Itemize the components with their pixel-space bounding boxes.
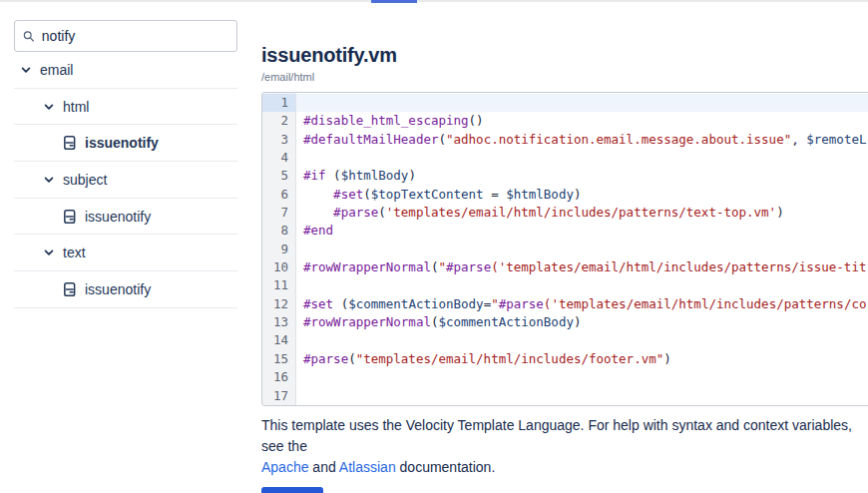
help-text-line1: This template uses the Velocity Template… xyxy=(261,417,852,454)
search-input[interactable] xyxy=(42,28,228,44)
line-number: 1 xyxy=(262,94,295,112)
tree-item-label: subject xyxy=(63,172,107,188)
page-layout: emailhtmlissuenotifysubjectissuenotifyte… xyxy=(0,0,868,493)
chevron-down-icon xyxy=(43,174,55,186)
atlassian-link[interactable]: Atlassian xyxy=(339,459,396,475)
tree-item-label: issuenotify xyxy=(85,135,159,151)
code-line[interactable] xyxy=(296,276,868,294)
help-text-end: documentation. xyxy=(396,459,496,475)
line-number: 2 xyxy=(262,112,295,130)
tree-item-subject[interactable]: subject xyxy=(14,162,237,199)
code-editor[interactable]: 1234567891011121314151617 #disable_html_… xyxy=(261,92,868,406)
code-line[interactable] xyxy=(296,387,868,405)
line-number: 4 xyxy=(262,149,295,167)
code-line[interactable]: #rowWrapperNormal("#parse('templates/ema… xyxy=(296,258,868,276)
line-number: 13 xyxy=(262,313,295,331)
code-line[interactable]: #set ($commentActionBody="#parse('templa… xyxy=(296,295,868,313)
chevron-down-icon xyxy=(43,101,55,113)
tree-item-issuenotify[interactable]: issuenotify xyxy=(14,271,237,308)
tree-item-issuenotify[interactable]: issuenotify xyxy=(14,125,237,162)
sidebar: emailhtmlissuenotifysubjectissuenotifyte… xyxy=(0,2,237,493)
line-number: 9 xyxy=(262,241,295,258)
line-number: 11 xyxy=(262,276,295,294)
file-icon xyxy=(62,281,77,297)
tree-item-label: issuenotify xyxy=(85,281,151,297)
tree-item-text[interactable]: text xyxy=(14,235,237,271)
file-tree: emailhtmlissuenotifysubjectissuenotifyte… xyxy=(14,52,237,308)
file-icon xyxy=(62,135,77,151)
code-line[interactable]: #disable_html_escaping() xyxy=(296,112,868,130)
tree-item-label: email xyxy=(40,62,73,78)
line-number: 10 xyxy=(262,258,295,276)
file-icon xyxy=(62,209,77,225)
code-line[interactable]: #rowWrapperNormal($commentActionBody) xyxy=(296,313,868,331)
line-number: 6 xyxy=(262,186,295,204)
line-number: 5 xyxy=(262,167,295,185)
help-text: This template uses the Velocity Template… xyxy=(261,415,868,478)
line-number: 3 xyxy=(262,131,295,149)
active-tab-underline[interactable] xyxy=(371,0,417,3)
line-number: 17 xyxy=(262,387,295,405)
code-lines[interactable]: #disable_html_escaping()#defaultMailHead… xyxy=(296,93,868,405)
search-input-wrapper[interactable] xyxy=(14,20,237,52)
code-line[interactable] xyxy=(296,368,868,386)
apache-link[interactable]: Apache xyxy=(261,459,308,475)
file-path: /email/html xyxy=(261,71,868,83)
tree-item-label: issuenotify xyxy=(85,209,151,225)
code-line[interactable] xyxy=(296,149,868,167)
code-line[interactable]: #end xyxy=(296,222,868,240)
code-line[interactable] xyxy=(296,241,868,258)
tree-item-html[interactable]: html xyxy=(14,89,237,126)
line-number: 14 xyxy=(262,331,295,349)
save-button[interactable]: Save xyxy=(261,487,323,493)
tree-item-email[interactable]: email xyxy=(14,52,237,89)
tree-item-issuenotify[interactable]: issuenotify xyxy=(14,199,237,236)
code-line[interactable]: #if ($htmlBody) xyxy=(296,167,868,185)
line-number: 12 xyxy=(262,295,295,313)
code-line[interactable]: #set($topTextContent = $htmlBody) xyxy=(296,186,868,204)
code-line[interactable]: #parse("templates/email/html/includes/fo… xyxy=(296,350,868,368)
code-line[interactable]: #defaultMailHeader("adhoc.notification.e… xyxy=(296,131,868,149)
search-icon xyxy=(23,30,35,43)
main-content: issuenotify.vm /email/html 1234567891011… xyxy=(261,2,868,493)
code-line[interactable] xyxy=(296,94,868,112)
tab-bar xyxy=(0,0,868,2)
line-number: 8 xyxy=(262,222,295,240)
line-number-gutter: 1234567891011121314151617 xyxy=(262,93,296,405)
code-line[interactable]: #parse('templates/email/html/includes/pa… xyxy=(296,204,868,222)
chevron-down-icon xyxy=(43,246,55,258)
line-number: 16 xyxy=(262,368,295,386)
line-number: 15 xyxy=(262,350,295,368)
line-number: 7 xyxy=(262,204,295,222)
help-text-and: and xyxy=(308,459,338,475)
tree-item-label: text xyxy=(63,245,86,260)
tree-item-label: html xyxy=(63,99,89,115)
page-title: issuenotify.vm xyxy=(261,44,868,67)
code-line[interactable] xyxy=(296,331,868,349)
chevron-down-icon xyxy=(20,64,32,76)
